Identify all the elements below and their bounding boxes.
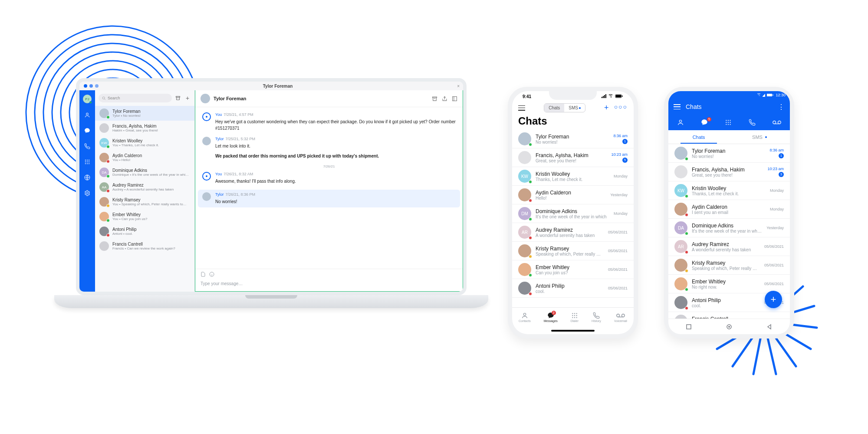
tabbar-dialer[interactable]: Dialer: [571, 312, 579, 322]
chat-icon[interactable]: [83, 127, 91, 135]
voicemail-icon[interactable]: [773, 120, 781, 125]
chat-row[interactable]: DA Dominique AdkinsIt's the one week of …: [668, 219, 790, 237]
emoji-icon[interactable]: [209, 272, 214, 277]
chat-row[interactable]: Francis, Ayisha, HakimGreat, see you the…: [668, 163, 790, 181]
conversation-item[interactable]: DA Dominique AdkinsDominique • It's the …: [95, 165, 194, 180]
fab-new-chat[interactable]: +: [765, 291, 782, 308]
chat-row[interactable]: Kristy RamseySpeaking of which, Peter re…: [512, 242, 634, 260]
nav-home[interactable]: [726, 324, 732, 330]
conversation-item[interactable]: Aydin CalderonYou • Hello!: [95, 150, 194, 165]
chat-preview: No worries!: [692, 154, 765, 159]
svg-point-24: [87, 160, 88, 161]
archive-icon[interactable]: [174, 95, 181, 102]
archive-icon[interactable]: [432, 96, 437, 102]
chat-row[interactable]: DM Dominique AdkinsIt's the one week of …: [512, 204, 634, 223]
tab-sms[interactable]: SMS: [564, 104, 585, 112]
chat-row[interactable]: Tylor ForemanNo worries! 8:36 am1: [668, 144, 790, 163]
conversation-item[interactable]: AA Audrey RamirezAudrey • A wonderful se…: [95, 180, 194, 194]
chat-sms-toggle[interactable]: Chats SMS: [544, 103, 585, 112]
svg-point-73: [730, 124, 730, 125]
chat-row[interactable]: Francis CantrellA wonderful serenity has…: [668, 312, 790, 319]
conversation-item[interactable]: Kristy RamseyYou • Speaking of which, Pe…: [95, 194, 194, 209]
more-icon[interactable]: ⋮: [778, 103, 785, 111]
message-avatar: [202, 192, 211, 201]
nav-back[interactable]: [766, 324, 773, 330]
new-chat-button[interactable]: +: [184, 95, 191, 102]
more-icon[interactable]: ○○○: [614, 103, 628, 112]
svg-point-54: [574, 315, 575, 316]
share-icon[interactable]: [442, 96, 447, 102]
tabbar-history[interactable]: History: [592, 312, 601, 322]
chat-row[interactable]: AR Audrey RamirezA wonderful serenity ha…: [512, 223, 634, 242]
chat-icon[interactable]: 5: [701, 119, 708, 126]
chat-row[interactable]: Tylor ForemanNo worries! 8:36 am1: [512, 130, 634, 148]
conversation-name: Francis Cantrell: [112, 242, 190, 247]
status-badge: [106, 115, 110, 119]
chat-preview: Thanks, Let me check it.: [536, 177, 609, 182]
svg-point-74: [773, 121, 776, 124]
conversation-preview: You • Can you join us?: [112, 217, 190, 221]
svg-rect-45: [605, 94, 606, 98]
globe-icon[interactable]: [83, 174, 91, 181]
tabbar-messages[interactable]: 2 Messages: [544, 312, 558, 322]
window-titlebar: Tylor Foreman ×: [79, 82, 463, 90]
status-badge: [685, 288, 688, 291]
expand-icon[interactable]: [452, 96, 457, 102]
chat-name: Audrey Ramirez: [692, 241, 760, 247]
conversation-item[interactable]: Antoni PhilipAntoni • cool.: [95, 224, 194, 239]
chat-row[interactable]: Ember WhitleyCan you join us? 05/06/2021: [512, 260, 634, 279]
window-close-x[interactable]: ×: [457, 84, 463, 89]
dialpad-icon[interactable]: [83, 158, 91, 166]
tab-chats[interactable]: Chats: [544, 104, 564, 112]
svg-point-58: [576, 317, 577, 318]
chat-row[interactable]: Aydin CalderonHello! Yesterday: [512, 186, 634, 204]
message-time: 7/26/21, 8:36 PM: [226, 192, 256, 197]
chat-time: 05/06/2021: [764, 282, 784, 286]
chat-row[interactable]: Kristy RamseySpeaking of which, Peter re…: [668, 256, 790, 275]
status-badge: [529, 143, 532, 146]
conversation-list-panel: Search + Tylor ForemanTylor • No worries…: [95, 90, 195, 292]
ios-home-indicator[interactable]: [551, 330, 595, 332]
attach-file-icon[interactable]: [201, 272, 206, 277]
window-close-dot[interactable]: [84, 84, 87, 88]
conversation-item[interactable]: Tylor ForemanTylor • No worries!: [95, 106, 194, 121]
contacts-icon[interactable]: [83, 111, 91, 119]
search-input[interactable]: Search: [99, 94, 172, 102]
new-chat-button[interactable]: +: [604, 103, 609, 112]
chat-row[interactable]: AR Audrey RamirezA wonderful serenity ha…: [668, 237, 790, 256]
compose-input[interactable]: Type your message…: [201, 279, 457, 289]
status-badge: [529, 255, 532, 258]
chat-row[interactable]: KW Kristin WoolleyThanks, Let me check i…: [668, 181, 790, 200]
svg-point-69: [728, 122, 729, 123]
menu-icon[interactable]: [518, 105, 525, 111]
conversation-item[interactable]: Ember WhitleyYou • Can you join us?: [95, 209, 194, 224]
window-min-dot[interactable]: [89, 84, 93, 88]
dialpad-icon[interactable]: [725, 119, 732, 126]
call-icon[interactable]: [83, 142, 91, 150]
menu-icon[interactable]: [674, 104, 681, 109]
tabbar-voicemail[interactable]: Voicemail: [614, 312, 627, 322]
chat-preview: It's the one week of the year in which: [536, 214, 609, 219]
conversation-item[interactable]: Francis CantrellFrancis • Can we review …: [95, 239, 194, 253]
history-icon: [593, 312, 600, 319]
tab-sms[interactable]: SMS: [729, 130, 790, 144]
presence-indicator: [89, 101, 92, 104]
chat-row[interactable]: Antoni Philipcool. 05/06/2021: [512, 279, 634, 298]
chat-row[interactable]: KW Kristin WoolleyThanks, Let me check i…: [512, 167, 634, 186]
nav-recents[interactable]: [686, 324, 692, 330]
call-history-icon[interactable]: [749, 119, 756, 126]
contacts-icon[interactable]: [677, 119, 684, 126]
chat-row[interactable]: Aydin CalderonI sent you an email Monday: [668, 200, 790, 219]
conversation-item[interactable]: Francis, Ayisha, HakimHakim • Great, see…: [95, 121, 194, 135]
user-avatar[interactable]: PJ: [83, 95, 92, 103]
contacts-icon: [521, 312, 528, 319]
conversation-preview: You • Hello!: [112, 158, 190, 162]
conversation-item[interactable]: KW Kristen WoolleyYou • Thanks, Let me c…: [95, 135, 194, 150]
status-badge: [529, 292, 532, 296]
tabbar-contacts[interactable]: Contacts: [519, 312, 531, 322]
chat-row[interactable]: Francis, Ayisha, HakimGreat, see you the…: [512, 148, 634, 167]
svg-point-28: [89, 161, 89, 162]
window-max-dot[interactable]: [95, 84, 99, 88]
settings-icon[interactable]: [83, 189, 91, 197]
tab-chats[interactable]: Chats: [668, 130, 729, 144]
